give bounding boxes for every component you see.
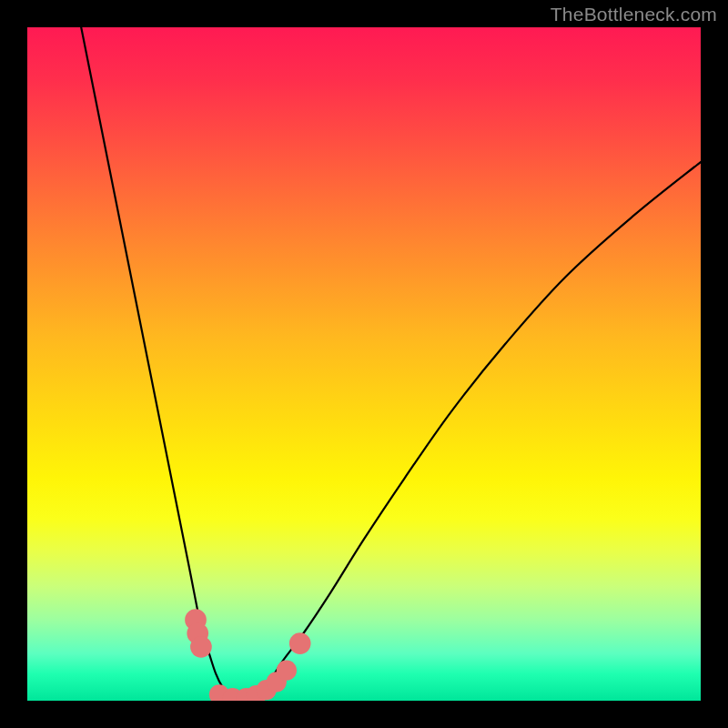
watermark-text: TheBottleneck.com: [551, 4, 717, 25]
series-right-curve: [249, 162, 701, 701]
plot-area: [27, 27, 701, 701]
chart-svg: [27, 27, 701, 701]
data-point: [277, 661, 297, 681]
curve-layer: [81, 27, 701, 701]
data-point: [289, 632, 311, 654]
data-point: [190, 636, 212, 658]
chart-frame: TheBottleneck.com: [0, 0, 728, 728]
series-left-curve: [81, 27, 236, 701]
marker-layer: [185, 609, 310, 701]
